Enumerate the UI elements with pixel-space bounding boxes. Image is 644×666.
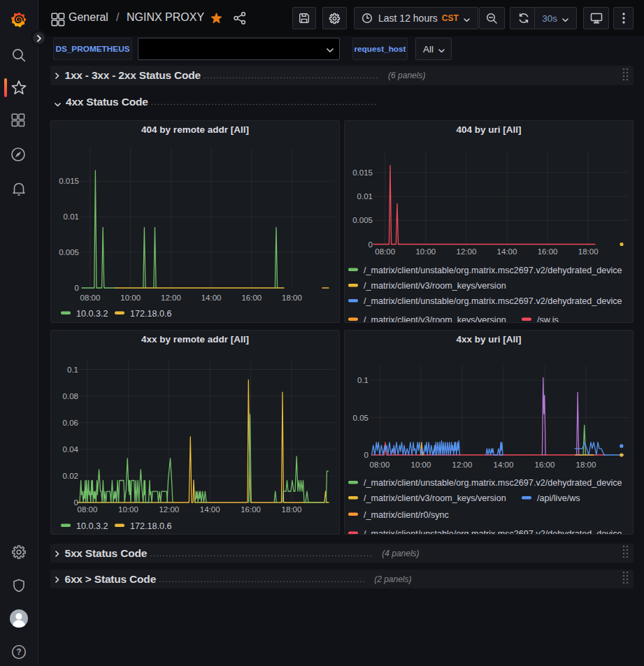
svg-text:12:00: 12:00: [457, 247, 477, 256]
svg-text:0.05: 0.05: [353, 414, 368, 422]
svg-text:12:00: 12:00: [452, 461, 473, 469]
svg-text:0: 0: [368, 240, 373, 249]
svg-text:10:00: 10:00: [415, 247, 436, 256]
svg-text:18:00: 18:00: [282, 294, 302, 302]
svg-text:14:00: 14:00: [200, 505, 220, 514]
svg-text:172.18.0.6: 172.18.0.6: [130, 309, 172, 319]
svg-text:08:00: 08:00: [370, 461, 390, 469]
svg-text:10:00: 10:00: [120, 294, 141, 302]
svg-text:?: ?: [16, 647, 21, 657]
svg-text:/_matrix/client/v3/room_keys/v: /_matrix/client/v3/room_keys/version: [364, 281, 506, 291]
svg-text:16:00: 16:00: [538, 247, 558, 256]
svg-text:0.005: 0.005: [59, 248, 79, 256]
svg-text:0.015: 0.015: [59, 177, 79, 185]
svg-text:/_matrix/client/r0/sync: /_matrix/client/r0/sync: [364, 510, 449, 520]
svg-text:/_matrix/client/unstable/org.m: /_matrix/client/unstable/org.matrix.msc2…: [364, 266, 622, 275]
svg-text:/sw.js: /sw.js: [537, 315, 559, 324]
svg-text:12:00: 12:00: [159, 505, 179, 514]
svg-text:10.0.3.2: 10.0.3.2: [76, 521, 108, 531]
svg-text:18:00: 18:00: [282, 505, 302, 514]
svg-text:172.18.0.6: 172.18.0.6: [130, 521, 172, 531]
svg-text:0: 0: [364, 451, 368, 459]
svg-text:18:00: 18:00: [578, 247, 599, 256]
svg-text:0.08: 0.08: [63, 392, 78, 400]
svg-text:18:00: 18:00: [576, 461, 596, 469]
svg-text:/_matrix/client/v3/room_keys/v: /_matrix/client/v3/room_keys/version: [364, 493, 506, 503]
svg-text:16:00: 16:00: [535, 461, 555, 469]
svg-text:10:00: 10:00: [411, 461, 431, 469]
svg-text:16:00: 16:00: [241, 294, 262, 302]
svg-text:08:00: 08:00: [375, 247, 395, 256]
svg-text:16:00: 16:00: [241, 505, 261, 514]
svg-text:0.02: 0.02: [63, 472, 78, 480]
svg-text:12:00: 12:00: [161, 294, 181, 302]
svg-text:/_matrix/client/unstable/org.m: /_matrix/client/unstable/org.matrix.msc2…: [364, 529, 622, 535]
svg-text:0.01: 0.01: [357, 192, 373, 201]
svg-text:0.1: 0.1: [357, 376, 368, 384]
svg-text:0.06: 0.06: [63, 419, 78, 427]
svg-text:14:00: 14:00: [494, 461, 514, 469]
svg-text:/_matrix/client/unstable/org.m: /_matrix/client/unstable/org.matrix.msc2…: [364, 478, 622, 488]
svg-text:0: 0: [75, 284, 79, 292]
svg-text:0.005: 0.005: [352, 216, 373, 224]
svg-text:08:00: 08:00: [80, 294, 101, 302]
svg-text:0.01: 0.01: [64, 212, 79, 221]
svg-text:08:00: 08:00: [78, 505, 98, 514]
svg-text:/_matrix/client/v3/room_keys/v: /_matrix/client/v3/room_keys/version: [364, 315, 506, 324]
svg-text:10:00: 10:00: [118, 505, 138, 514]
svg-text:/api/live/ws: /api/live/ws: [537, 493, 580, 503]
svg-text:0.1: 0.1: [67, 365, 78, 374]
svg-text:14:00: 14:00: [201, 294, 222, 302]
svg-text:/_matrix/client/unstable/org.m: /_matrix/client/unstable/org.matrix.msc2…: [364, 296, 622, 306]
svg-text:0.04: 0.04: [63, 445, 79, 454]
svg-text:10.0.3.2: 10.0.3.2: [76, 309, 108, 319]
svg-text:14:00: 14:00: [497, 247, 517, 256]
svg-text:0.015: 0.015: [352, 168, 373, 177]
